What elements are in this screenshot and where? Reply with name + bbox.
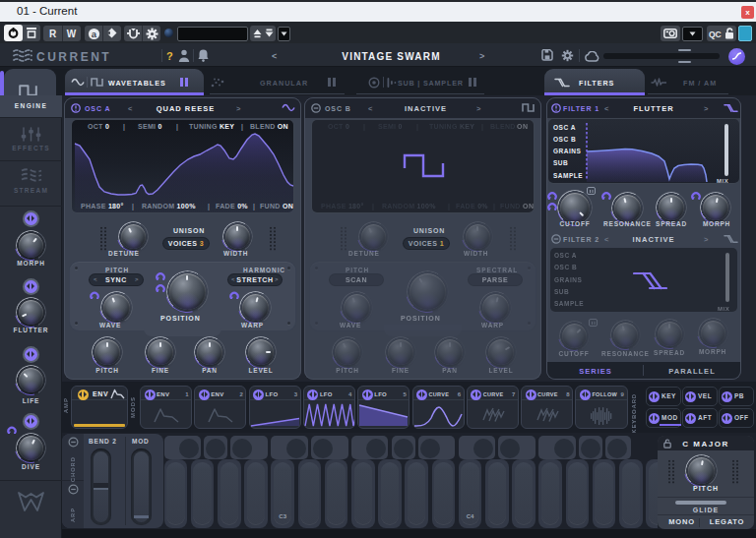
svg-text:a: a (92, 28, 97, 38)
